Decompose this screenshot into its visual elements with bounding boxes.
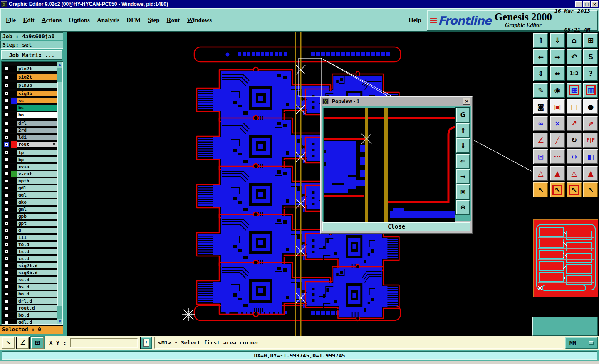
slope-line-icon[interactable]: ╱	[549, 132, 566, 148]
layer-checkbox[interactable]	[2, 66, 11, 72]
layer-checkbox[interactable]	[2, 127, 11, 133]
layer-row-d[interactable]: d	[2, 227, 57, 234]
layer-checkbox[interactable]	[2, 277, 11, 283]
layer-scrollbar[interactable]: ▲ ▼	[57, 62, 62, 324]
popview-down-icon[interactable]: ⇓	[456, 138, 470, 153]
zoom-area-icon[interactable]: ▣	[549, 98, 566, 115]
layer-checkbox[interactable]	[2, 199, 11, 205]
popview-titlebar[interactable]: ╳ Popview - 1 ×	[321, 97, 472, 106]
measure-gap-icon[interactable]: ↔	[566, 148, 582, 165]
scroll-thumb[interactable]	[57, 82, 62, 306]
layer-checkbox[interactable]	[2, 134, 11, 140]
layer-row-cvia[interactable]: cvia	[2, 164, 57, 170]
serpentine-route-icon[interactable]: S	[582, 49, 599, 65]
triangle-a-icon[interactable]: △	[532, 165, 549, 182]
angle-tool-icon[interactable]: ∠	[17, 337, 29, 349]
layer-row-npth[interactable]: npth	[2, 178, 57, 184]
select-frame-icon[interactable]: ↖	[549, 182, 566, 198]
layer-checkbox[interactable]	[2, 234, 11, 241]
rotate-icon[interactable]: ↻	[566, 132, 582, 148]
units-dropdown[interactable]: MM	[565, 337, 598, 349]
dashed-segment-icon[interactable]: ⋯	[549, 148, 566, 165]
layer-row-gpt[interactable]: gpt	[2, 220, 57, 226]
split-window-xy-icon[interactable]: ⊞	[582, 32, 599, 49]
step-copy-icon[interactable]: ⊡	[532, 148, 549, 165]
menu-rout[interactable]: Rout	[167, 17, 180, 24]
layer-row-bs.d[interactable]: bs.d	[2, 284, 57, 290]
layer-checkbox[interactable]	[2, 112, 11, 118]
grid-toggle-icon[interactable]: ⊞	[31, 337, 44, 349]
snap-target-icon[interactable]: ◉	[549, 82, 566, 98]
mirror-ff-icon[interactable]: F|F	[582, 132, 599, 148]
layer-row-v-cut[interactable]: v-cut	[2, 171, 57, 177]
layer-row-drl[interactable]: drl	[2, 120, 57, 126]
layer-row-bs[interactable]: bs	[2, 105, 57, 111]
route-open-end-icon[interactable]: ↗	[566, 115, 582, 132]
layer-checkbox[interactable]	[2, 241, 11, 248]
menu-dfm[interactable]: DFM	[126, 17, 141, 24]
layer-row-gko[interactable]: gko	[2, 199, 57, 205]
layer-checkbox[interactable]	[2, 305, 11, 311]
draw-tools-icon[interactable]: ✎	[532, 82, 549, 98]
layer-checkbox[interactable]	[2, 206, 11, 212]
popview-shrink-icon[interactable]: ⊠	[456, 184, 470, 199]
layer-row-ss[interactable]: ss	[2, 98, 57, 104]
board-overview-thumbnail[interactable]	[533, 219, 598, 297]
layer-expander-icon[interactable]: ⊞	[53, 142, 55, 147]
stretch-vertical-icon[interactable]: ⇕	[532, 65, 549, 82]
layer-row-111[interactable]: 111	[2, 234, 57, 241]
layer-checkbox[interactable]	[2, 298, 11, 304]
layer-row-sig3b[interactable]: sig3b	[2, 91, 57, 97]
layer-row-ts.d[interactable]: ts.d	[2, 248, 57, 255]
layer-row-bp[interactable]: bp	[2, 157, 57, 163]
layer-row-ss.d[interactable]: ss.d	[2, 277, 57, 283]
layer-checkbox[interactable]	[2, 263, 11, 269]
stretch-horizontal-icon[interactable]: ⇔	[549, 65, 566, 82]
layer-row-drl.d[interactable]: drl.d	[2, 298, 57, 304]
pan-left-icon[interactable]: ⇐	[532, 49, 549, 65]
layer-checkbox[interactable]	[2, 185, 11, 191]
layer-checkbox[interactable]	[2, 312, 11, 318]
job-matrix-button[interactable]: Job Matrix ...	[1, 50, 62, 60]
popview-right-icon[interactable]: ⇒	[456, 169, 470, 184]
menu-actions[interactable]: Actions	[42, 17, 62, 24]
layer-checkbox[interactable]	[2, 105, 11, 111]
layer-checkbox[interactable]	[2, 192, 11, 198]
angle-measure-icon[interactable]: ∠	[532, 132, 549, 148]
select-arrow-icon[interactable]: ↖	[532, 182, 549, 198]
layer-checkbox[interactable]	[2, 248, 11, 255]
layer-checkbox[interactable]	[2, 171, 11, 177]
triangle-d-icon[interactable]: ▲	[582, 165, 599, 182]
menu-edit[interactable]: Edit	[23, 17, 35, 24]
paste-view-up-icon[interactable]: ⇑	[532, 32, 549, 49]
ruler-icon[interactable]: ▤	[566, 98, 582, 115]
menu-options[interactable]: Options	[69, 17, 90, 24]
triangle-b-icon[interactable]: ▲	[549, 165, 566, 182]
menu-file[interactable]: File	[6, 17, 16, 24]
layer-row-bo.d[interactable]: bo.d	[2, 291, 57, 297]
menu-help[interactable]: Help	[408, 17, 421, 24]
dashed-pad-icon[interactable]: ●	[582, 98, 599, 115]
select-pad-icon[interactable]: ◙	[532, 98, 549, 115]
paste-view-down-icon[interactable]: ⇓	[549, 32, 566, 49]
layer-checkbox[interactable]	[2, 164, 11, 170]
netlist-top-icon[interactable]: ▦	[566, 82, 582, 98]
popview-canvas[interactable]	[323, 108, 455, 222]
layer-row-sig3b.d[interactable]: sig3b.d	[2, 270, 57, 276]
layer-checkbox[interactable]	[2, 141, 11, 148]
xy-input[interactable]	[70, 338, 138, 348]
popview-left-icon[interactable]: ⇐	[456, 154, 470, 169]
layer-row-cs.d[interactable]: cs.d	[2, 256, 57, 262]
popview-close-icon[interactable]: ×	[463, 98, 470, 105]
close-button[interactable]: ×	[591, 1, 598, 7]
layer-checkbox[interactable]	[2, 220, 11, 226]
layer-row-gpb[interactable]: gpb	[2, 213, 57, 219]
cancel-x-icon[interactable]: ×	[549, 115, 566, 132]
layer-checkbox[interactable]	[2, 178, 11, 184]
previous-view-icon[interactable]: ↶	[566, 49, 582, 65]
layer-checkbox[interactable]	[2, 319, 11, 324]
layer-checkbox[interactable]	[2, 291, 11, 297]
layer-row-rout.d[interactable]: rout.d	[2, 305, 57, 311]
layer-checkbox[interactable]	[2, 150, 11, 156]
context-help-icon[interactable]: ?	[582, 65, 599, 82]
